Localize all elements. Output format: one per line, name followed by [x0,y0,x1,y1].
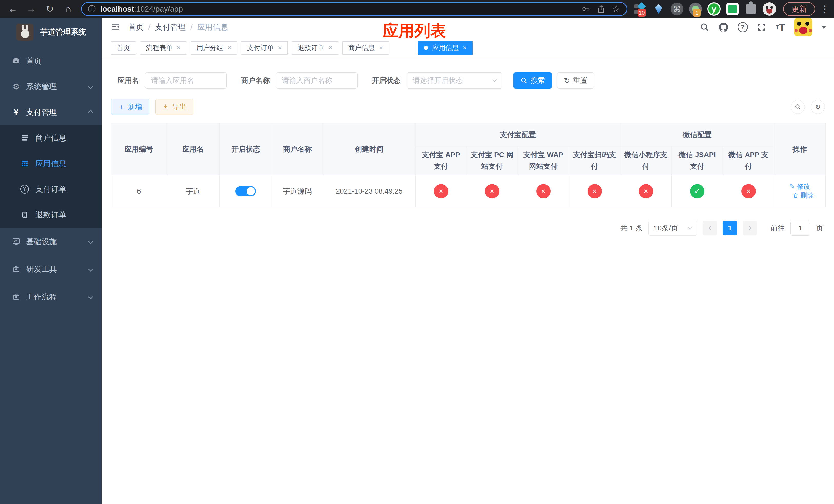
browser-update-button[interactable]: 更新 [783,2,815,16]
close-icon[interactable]: × [463,44,467,52]
github-icon[interactable] [718,22,729,32]
sidebar-collapse-icon[interactable] [110,22,120,33]
sidebar-item-system[interactable]: ⚙ 系统管理 [0,74,102,99]
app-name-label: 应用名 [117,76,139,85]
tab-bar: 首页 流程表单× 用户分组× 支付订单× 退款订单× 商户信息× 应用信息× [102,37,834,60]
table-row: 6 芋道 芋道源码 2021-10-23 08:49:25 × × × × × … [111,175,826,207]
col-header-id: 应用编号 [111,123,167,175]
font-size-icon[interactable]: TT [775,22,785,33]
export-button[interactable]: 导出 [155,99,193,115]
next-page-button[interactable] [743,221,757,235]
search-button[interactable]: 搜索 [513,72,552,89]
url-bar[interactable]: ⓘ localhost:1024/pay/app ☆ [81,2,627,16]
chevron-left-icon [708,226,713,230]
col-header-alipay-qr: 支付宝扫码支付 [569,146,620,175]
tab-refund-order[interactable]: 退款订单× [292,41,338,54]
col-header-alipay-pc: 支付宝 PC 网站支付 [466,146,518,175]
close-icon[interactable]: × [278,44,282,52]
close-icon[interactable]: × [379,44,383,52]
col-header-ops: 操作 [774,123,826,175]
extension-icon[interactable] [652,2,666,16]
edit-link[interactable]: ✎修改 [789,182,810,191]
col-header-created: 创建时间 [323,123,416,175]
password-key-icon[interactable] [581,5,590,13]
active-dot-icon [424,46,428,50]
app-name-input[interactable] [145,72,227,89]
chevron-down-icon [688,226,693,230]
breadcrumb-section[interactable]: 支付管理 [155,22,186,32]
sidebar-item-dev-tools[interactable]: 研发工具 [0,255,102,283]
tab-process-form[interactable]: 流程表单× [140,41,186,54]
merchant-name-input[interactable] [276,72,357,89]
page-size-select[interactable]: 10条/页 [648,221,697,235]
prev-page-button[interactable] [703,221,717,235]
trash-icon [792,192,798,199]
sidebar-item-merchant-info[interactable]: 商户信息 [0,125,102,151]
payment-submenu: 商户信息 应用信息 ¥ 支付订单 退款订单 [0,125,102,228]
profile-emoji-icon[interactable] [762,2,776,16]
sidebar-item-infra[interactable]: 基础设施 [0,228,102,255]
status-select[interactable]: 请选择开启状态 [407,72,502,89]
col-header-name: 应用名 [167,123,220,175]
briefcase-icon [11,265,21,274]
filter-form: 应用名 商户名称 开启状态 请选择开启状态 搜索 ↻ 重置 [102,60,834,89]
user-avatar[interactable] [794,18,812,37]
delete-link[interactable]: 删除 [792,191,814,200]
close-icon[interactable]: × [177,44,180,52]
sidebar-item-home[interactable]: 首页 [0,48,102,74]
monitor-chart-icon [11,237,21,246]
fullscreen-icon[interactable] [756,22,767,32]
tab-home[interactable]: 首页 [111,41,136,54]
add-button[interactable]: ＋ 新增 [111,99,149,115]
sidebar-item-app-info[interactable]: 应用信息 [0,151,102,176]
tab-user-group[interactable]: 用户分组× [191,41,237,54]
goto-page-input[interactable] [790,221,810,235]
tab-merchant-info[interactable]: 商户信息× [343,41,389,54]
pencil-icon: ✎ [789,183,795,190]
status-label: 开启状态 [372,76,401,85]
dashboard-icon [11,56,21,65]
sidebar-item-payment[interactable]: ¥ 支付管理 [0,99,102,125]
extension-icon[interactable]: y [707,2,721,16]
breadcrumb: 首页 / 支付管理 / 应用信息 [128,22,228,32]
browser-reload-button[interactable]: ↻ [41,2,59,16]
close-icon[interactable]: × [227,44,231,52]
extension-puzzle-icon[interactable] [744,2,758,16]
breadcrumb-home[interactable]: 首页 [128,22,144,32]
channel-status-icon: × [741,184,756,199]
status-toggle[interactable] [236,186,256,197]
store-icon [20,134,29,142]
show-search-toggle-button[interactable] [791,100,805,114]
browser-back-button[interactable]: ← [4,2,22,16]
browser-forward-button[interactable]: → [22,2,41,16]
search-icon[interactable] [700,22,709,32]
sidebar-item-refund-order[interactable]: 退款订单 [0,202,102,228]
sidebar-item-workflow[interactable]: 工作流程 [0,283,102,311]
pagination: 共 1 条 10条/页 1 前往 页 [102,221,823,235]
extension-icon[interactable] [725,2,740,16]
browser-home-button[interactable]: ⌂ [59,2,78,16]
plus-icon: ＋ [118,102,125,112]
document-icon [20,211,29,219]
extension-icon[interactable]: 10 [633,2,647,16]
table-toolbar: ＋ 新增 导出 ↻ [111,99,825,115]
extension-icon[interactable]: ⌘ [670,2,684,16]
tab-pay-order[interactable]: 支付订单× [241,41,287,54]
user-menu-caret-icon[interactable] [821,26,826,29]
site-info-icon[interactable]: ⓘ [88,4,96,14]
chevron-down-icon [88,267,93,272]
bookmark-star-icon[interactable]: ☆ [612,4,620,14]
share-icon[interactable] [597,5,606,13]
help-icon[interactable]: ? [738,22,748,32]
tab-app-info[interactable]: 应用信息× [418,41,473,54]
close-icon[interactable]: × [329,44,332,52]
refresh-table-button[interactable]: ↻ [811,100,825,114]
sidebar-item-pay-order[interactable]: ¥ 支付订单 [0,176,102,202]
browser-menu-icon[interactable]: ⋮ [820,4,829,14]
extension-icon[interactable]: 1 [688,2,703,16]
cell-created: 2021-10-23 08:49:25 [323,175,416,207]
total-count: 共 1 条 [620,223,643,233]
current-page-button[interactable]: 1 [723,221,737,235]
reset-button[interactable]: ↻ 重置 [557,72,594,89]
search-icon [520,77,528,84]
